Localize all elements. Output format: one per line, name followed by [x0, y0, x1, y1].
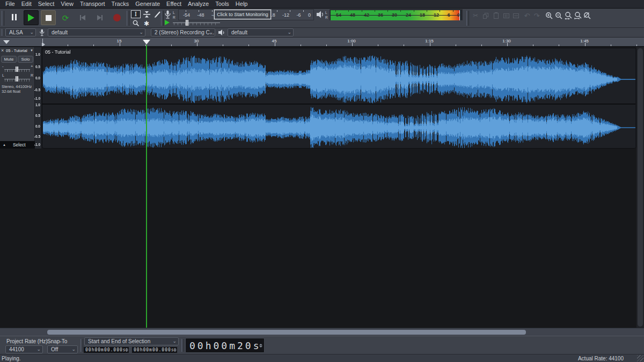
audio-track[interactable]: 05 - Tutorial	[42, 48, 636, 149]
multi-tool-button[interactable]: ✱	[142, 19, 151, 27]
vertical-scrollbar-thumb[interactable]	[638, 48, 643, 327]
menu-generate[interactable]: Generate	[132, 0, 163, 8]
scale-label: -1.0	[34, 143, 40, 146]
resize-grip-icon[interactable]	[637, 355, 643, 361]
loop-icon: ⟳	[62, 14, 69, 22]
skip-to-start-button[interactable]	[75, 10, 90, 25]
spinner-icon[interactable]	[259, 338, 262, 352]
skip-to-end-icon	[97, 15, 103, 20]
spinner-icon[interactable]	[173, 347, 177, 353]
speaker-icon	[317, 11, 324, 18]
pan-right-label: R	[31, 73, 33, 77]
track-title[interactable]: 05 - Tutorial	[6, 48, 27, 53]
monitoring-tooltip[interactable]: Click to Start Monitoring	[214, 10, 271, 19]
horizontal-scrollbar[interactable]	[0, 328, 644, 336]
collapse-track-icon[interactable]: ▲	[3, 143, 6, 146]
track-menu-icon[interactable]: ▼	[30, 49, 33, 52]
spinner-icon[interactable]	[125, 347, 128, 353]
menu-help[interactable]: Help	[232, 0, 251, 8]
selection-tool-button[interactable]: I	[131, 10, 141, 18]
selection-start-field[interactable]: 00h00m00.000s	[83, 346, 129, 353]
mute-button[interactable]: Mute	[1, 56, 17, 63]
chevron-down-icon: ⌄	[71, 346, 76, 353]
chevron-down-icon: ⌄	[172, 338, 177, 345]
track-format-line2: 32-bit float	[2, 89, 20, 94]
zoom-in-button[interactable]	[545, 11, 553, 20]
recording-device-dropdown[interactable]: default ⌄	[48, 28, 145, 36]
playback-meter[interactable]: -54-48 -42-36 -30-24 -18-12 -60	[330, 9, 463, 20]
stop-button[interactable]	[41, 10, 56, 25]
cut-button[interactable]: ✂	[471, 11, 480, 20]
selection-end-field[interactable]: 00h00m00.000s	[131, 346, 178, 353]
menu-tracks[interactable]: Tracks	[108, 0, 133, 8]
waveform-canvas[interactable]	[42, 48, 636, 148]
transport-toolbar-grip[interactable]	[2, 11, 4, 26]
device-toolbar-grip[interactable]	[2, 29, 4, 36]
paste-button[interactable]	[492, 11, 500, 20]
menu-edit[interactable]: Edit	[18, 0, 35, 8]
recording-channels-dropdown[interactable]: 2 (Stereo) Recording C... ⌄	[151, 28, 215, 36]
gain-slider-thumb[interactable]	[16, 67, 18, 72]
recording-meter-right-label: R	[173, 16, 175, 19]
menu-tools[interactable]: Tools	[212, 0, 232, 8]
copy-icon	[483, 13, 488, 19]
menu-transport[interactable]: Transport	[77, 0, 108, 8]
zoom-toggle-button[interactable]	[583, 11, 591, 20]
zoom-out-button[interactable]	[554, 11, 563, 20]
pencil-icon	[154, 11, 161, 18]
track-select-bar[interactable]: ▲ Select	[0, 141, 35, 149]
copy-button[interactable]	[481, 11, 490, 20]
timeline-options-icon[interactable]	[3, 40, 10, 44]
menu-analyze[interactable]: Analyze	[185, 0, 212, 8]
play-at-speed-slider-thumb[interactable]	[186, 20, 188, 26]
track-select-button[interactable]: Select	[13, 142, 26, 147]
recording-meter-grip[interactable]	[161, 11, 164, 26]
scale-label: -0.5	[34, 88, 40, 92]
project-rate-label: Project Rate (Hz)	[6, 338, 48, 344]
pause-button[interactable]	[6, 10, 21, 25]
timeline-ruler[interactable]: 15 30 45 1:00 1:15 1:30 1:45	[0, 38, 644, 47]
record-button[interactable]	[109, 10, 125, 25]
zoom-toggle-icon	[583, 12, 591, 20]
vertical-scrollbar[interactable]	[636, 47, 644, 328]
gain-max-label: +	[31, 64, 33, 69]
loop-button[interactable]: ⟳	[58, 10, 73, 25]
tools-toolbar-grip[interactable]	[127, 11, 129, 26]
redo-button[interactable]: ↷	[532, 11, 541, 20]
audio-position-display[interactable]: 00h00m20s	[185, 338, 265, 353]
trim-audio-button[interactable]	[502, 11, 510, 20]
silence-audio-button[interactable]	[511, 11, 520, 20]
pan-slider-thumb[interactable]	[16, 76, 18, 82]
silence-audio-icon	[513, 13, 519, 18]
playback-device-dropdown[interactable]: default ⌄	[228, 28, 294, 36]
play-button[interactable]	[24, 10, 39, 25]
zoom-out-icon	[555, 12, 563, 20]
close-track-icon[interactable]: ×	[1, 48, 4, 53]
menu-select[interactable]: Select	[35, 0, 58, 8]
audio-host-dropdown[interactable]: ALSA ⌄	[5, 28, 36, 36]
edit-toolbar-grip[interactable]	[466, 11, 469, 26]
track-control-panel[interactable]: × 05 - Tutorial ▼ Mute Solo - + L R Ster…	[0, 47, 35, 149]
fit-selection-button[interactable]	[564, 11, 573, 20]
playhead-marker-icon[interactable]	[143, 40, 150, 45]
clip-title: 05 - Tutorial	[45, 49, 71, 55]
position-grip[interactable]	[181, 339, 184, 352]
horizontal-scrollbar-thumb[interactable]	[47, 330, 526, 335]
menu-file[interactable]: File	[2, 0, 18, 8]
microphone-icon	[164, 10, 171, 19]
solo-button[interactable]: Solo	[18, 56, 33, 63]
menu-effect[interactable]: Effect	[163, 0, 185, 8]
play-at-speed-button[interactable]	[165, 20, 170, 25]
skip-to-end-button[interactable]	[92, 10, 107, 25]
fit-project-button[interactable]	[574, 11, 582, 20]
selection-toolbar: Project Rate (Hz) 44100 ⌄ Snap-To Off ⌄ …	[0, 336, 644, 354]
snap-to-dropdown[interactable]: Off ⌄	[47, 345, 78, 353]
selection-mode-dropdown[interactable]: Start and End of Selection ⌄	[84, 337, 179, 345]
menu-view[interactable]: View	[57, 0, 77, 8]
project-rate-dropdown[interactable]: 44100 ⌄	[5, 345, 43, 353]
undo-button[interactable]: ↶	[523, 11, 531, 20]
envelope-tool-button[interactable]	[142, 10, 151, 18]
vertical-scale-ruler[interactable]: 1.0 0.5 0.0 -0.5 -1.0 1.0 0.5 0.0 -0.5 -…	[35, 47, 42, 149]
zoom-tool-button[interactable]	[131, 19, 141, 27]
tracks-area: 05 - Tutorial × 05 - Tutorial ▼ Mute Sol…	[0, 47, 644, 328]
